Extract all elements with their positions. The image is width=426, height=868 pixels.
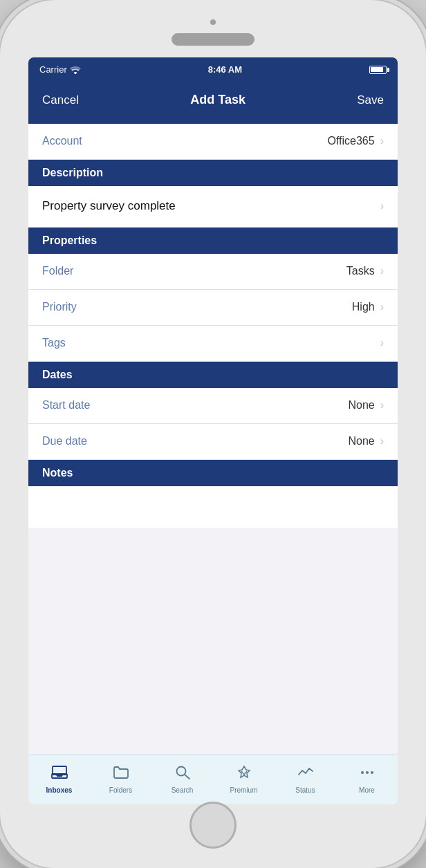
tab-bar: Inboxes Folders Searc — [28, 755, 398, 804]
account-chevron: › — [380, 135, 384, 147]
tab-inboxes[interactable]: Inboxes — [28, 755, 90, 804]
folder-row[interactable]: Folder Tasks › — [28, 254, 398, 290]
cancel-button[interactable]: Cancel — [42, 93, 79, 107]
description-value: Property survey complete — [42, 199, 380, 213]
start-date-value: None — [348, 399, 374, 412]
tab-folders[interactable]: Folders — [90, 755, 151, 804]
more-icon — [359, 765, 376, 784]
due-date-label: Due date — [42, 435, 348, 447]
account-row[interactable]: Account Office365 › — [28, 124, 398, 160]
folder-chevron: › — [380, 265, 384, 277]
priority-value: High — [352, 301, 375, 313]
tags-label: Tags — [42, 337, 375, 349]
due-date-value: None — [348, 435, 374, 447]
account-label: Account — [42, 135, 327, 147]
start-date-label: Start date — [42, 399, 348, 412]
screen: Carrier 8:46 AM Cancel Add Task Save — [28, 57, 398, 804]
more-label: More — [359, 786, 375, 794]
folder-label: Folder — [42, 265, 346, 277]
premium-icon — [236, 765, 252, 784]
notes-content[interactable] — [28, 486, 398, 528]
priority-chevron: › — [380, 301, 384, 313]
carrier-text: Carrier — [39, 64, 81, 75]
nav-bar: Cancel Add Task Save — [28, 82, 398, 118]
due-date-chevron: › — [380, 435, 384, 447]
page-title: Add Task — [190, 93, 246, 107]
home-button[interactable] — [189, 802, 237, 849]
content-area: Account Office365 › Description Property… — [28, 124, 398, 755]
inboxes-label: Inboxes — [46, 786, 73, 794]
status-icon — [297, 765, 314, 784]
tags-row[interactable]: Tags › — [28, 326, 398, 362]
folder-value: Tasks — [346, 265, 375, 277]
nav-divider — [28, 118, 398, 124]
svg-line-2 — [185, 775, 189, 779]
start-date-row[interactable]: Start date None › — [28, 388, 398, 424]
phone-frame: Carrier 8:46 AM Cancel Add Task Save — [0, 0, 426, 868]
folders-label: Folders — [109, 786, 132, 794]
search-label: Search — [172, 786, 194, 794]
description-row[interactable]: Property survey complete › — [28, 186, 398, 228]
tags-chevron: › — [380, 337, 384, 349]
account-value: Office365 — [327, 135, 374, 147]
status-bar: Carrier 8:46 AM — [28, 57, 398, 82]
start-date-chevron: › — [380, 399, 384, 412]
inboxes-icon — [51, 765, 68, 784]
description-chevron: › — [380, 200, 384, 212]
status-label: Status — [295, 786, 315, 794]
tab-status[interactable]: Status — [275, 755, 336, 804]
svg-point-4 — [366, 771, 369, 774]
tab-more[interactable]: More — [336, 755, 398, 804]
battery-indicator — [369, 66, 387, 74]
folders-icon — [113, 765, 129, 784]
notes-section-header: Notes — [28, 460, 398, 486]
battery-fill — [371, 67, 383, 72]
search-icon — [174, 765, 191, 784]
tab-premium[interactable]: Premium — [213, 755, 275, 804]
dates-section-header: Dates — [28, 362, 398, 388]
priority-row[interactable]: Priority High › — [28, 290, 398, 326]
wifi-icon — [70, 66, 81, 74]
status-time: 8:46 AM — [208, 64, 242, 75]
svg-point-5 — [371, 771, 373, 774]
due-date-row[interactable]: Due date None › — [28, 424, 398, 460]
priority-label: Priority — [42, 301, 352, 313]
description-section-header: Description — [28, 160, 398, 186]
svg-point-3 — [361, 771, 364, 774]
save-button[interactable]: Save — [357, 93, 384, 107]
premium-label: Premium — [230, 786, 257, 794]
properties-section-header: Properties — [28, 228, 398, 254]
tab-search[interactable]: Search — [151, 755, 213, 804]
speaker — [172, 33, 254, 46]
